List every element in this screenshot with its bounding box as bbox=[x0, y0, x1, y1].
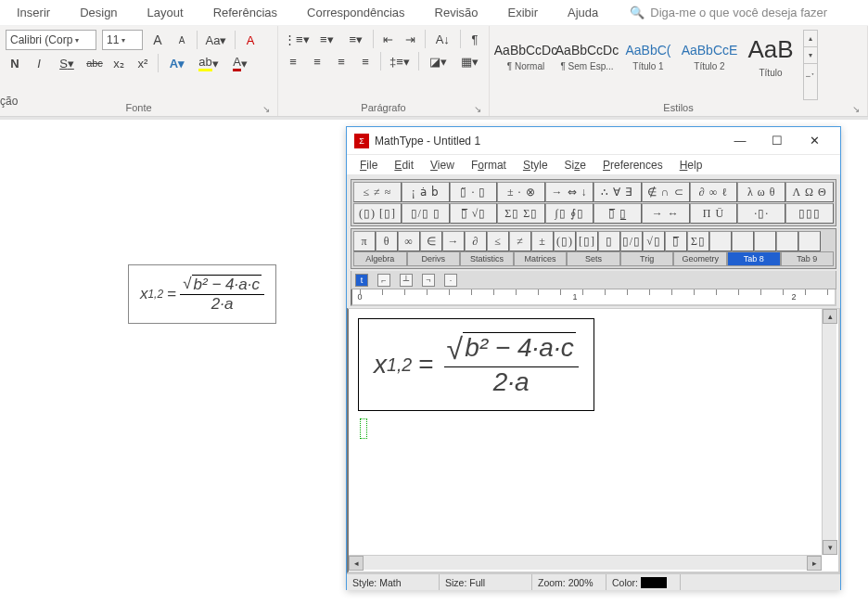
palette-cell[interactable]: ∴ ∀ ∃ bbox=[594, 182, 642, 202]
menu-style[interactable]: Style bbox=[516, 157, 555, 173]
palette-cell[interactable]: ± ∙ ⊗ bbox=[497, 182, 545, 202]
palette-cell[interactable]: ± bbox=[531, 231, 554, 251]
styles-more-button[interactable]: ⎯▾ bbox=[804, 64, 817, 81]
template-tab[interactable]: Tab 9 bbox=[781, 251, 835, 266]
scroll-up-icon[interactable]: ▴ bbox=[823, 309, 837, 324]
template-tab[interactable]: Matrices bbox=[514, 251, 568, 266]
palette-cell[interactable]: ·▯· bbox=[737, 203, 785, 224]
tab-ajuda[interactable]: Ajuda bbox=[553, 0, 613, 25]
palette-cell[interactable]: ¡ ȧ ḃ bbox=[402, 182, 450, 202]
palette-cell[interactable]: θ bbox=[376, 231, 398, 251]
palette-cell[interactable]: ▯̅ bbox=[665, 231, 687, 251]
titlebar[interactable]: Σ MathType - Untitled 1 — ☐ ✕ bbox=[347, 127, 840, 155]
palette-cell[interactable] bbox=[732, 231, 754, 251]
tab-revisao[interactable]: Revisão bbox=[420, 0, 493, 25]
text-effects-button[interactable]: A▾ bbox=[164, 54, 190, 72]
palette-cell[interactable] bbox=[798, 231, 821, 251]
shading-button[interactable]: ◪▾ bbox=[425, 52, 451, 71]
menu-edit[interactable]: Edit bbox=[387, 157, 421, 173]
style-normal[interactable]: AaBbCcDc¶ Normal bbox=[495, 30, 556, 84]
palette-cell[interactable]: [▯] bbox=[576, 231, 598, 251]
increase-indent-button[interactable]: ⇥ bbox=[402, 30, 418, 48]
align-center-button[interactable]: ≡ bbox=[308, 52, 326, 71]
vertical-scrollbar[interactable]: ▴ ▾ bbox=[822, 309, 836, 555]
palette-cell[interactable]: ▯▯▯ bbox=[785, 203, 834, 224]
tabstop-right-icon[interactable]: ¬ bbox=[422, 274, 435, 287]
palette-cell[interactable]: (▯) bbox=[554, 231, 576, 251]
superscript-button[interactable]: x² bbox=[134, 54, 152, 72]
tab-layout[interactable]: Layout bbox=[133, 0, 198, 25]
scroll-right-icon[interactable]: ▸ bbox=[807, 556, 822, 571]
template-tab[interactable]: Tab 8 bbox=[727, 251, 781, 266]
numbering-button[interactable]: ≡▾ bbox=[315, 30, 338, 48]
font-size-combo[interactable]: 11▾ bbox=[102, 30, 143, 50]
palette-cell[interactable]: λ ω θ bbox=[737, 182, 785, 202]
palette-cell[interactable]: √▯ bbox=[643, 231, 665, 251]
menu-view[interactable]: View bbox=[423, 157, 462, 173]
change-case-button[interactable]: Aa▾ bbox=[203, 31, 229, 49]
tab-exibir[interactable]: Exibir bbox=[493, 0, 554, 25]
palette-cell[interactable] bbox=[754, 231, 776, 251]
minimize-button[interactable]: — bbox=[721, 127, 759, 155]
palette-cell[interactable]: ▯̈ · ▯ bbox=[450, 182, 498, 202]
palette-cell[interactable]: ∞ bbox=[398, 231, 420, 251]
horizontal-scrollbar[interactable]: ◂ ▸ bbox=[349, 555, 822, 570]
pilcrow-button[interactable]: ¶ bbox=[466, 30, 483, 48]
font-name-combo[interactable]: Calibri (Corp▾ bbox=[6, 30, 96, 50]
tab-referencias[interactable]: Referências bbox=[198, 0, 292, 25]
tell-me-search[interactable]: 🔍 Diga-me o que você deseja fazer bbox=[630, 6, 827, 19]
palette-cell[interactable]: Π Ū bbox=[690, 203, 738, 224]
palette-cell[interactable]: ≠ bbox=[509, 231, 531, 251]
palette-cell[interactable]: π bbox=[353, 231, 376, 251]
strike-button[interactable]: abc bbox=[85, 54, 104, 72]
maximize-button[interactable]: ☐ bbox=[759, 127, 796, 155]
color-swatch[interactable] bbox=[641, 577, 667, 588]
tab-correspondencias[interactable]: Correspondências bbox=[292, 0, 420, 25]
bullets-button[interactable]: ⋮≡▾ bbox=[284, 30, 310, 48]
template-tab[interactable]: Derivs bbox=[407, 251, 461, 266]
palette-cell[interactable]: ∂ bbox=[465, 231, 487, 251]
dialog-launcher-icon[interactable]: ↘ bbox=[474, 104, 481, 114]
tab-indicator-icon[interactable]: t bbox=[355, 274, 368, 287]
palette-cell[interactable]: (▯) [▯] bbox=[353, 203, 402, 224]
tabstop-center-icon[interactable]: ┴ bbox=[400, 274, 413, 287]
tab-design[interactable]: Design bbox=[65, 0, 132, 25]
palette-cell[interactable]: ∂ ∞ ℓ bbox=[690, 182, 738, 202]
palette-cell[interactable]: ∉ ∩ ⊂ bbox=[642, 182, 690, 202]
mathtype-equation[interactable]: x1,2 = √b² − 4·a·c 2·a bbox=[358, 318, 594, 411]
menu-preferences[interactable]: Preferences bbox=[595, 157, 670, 173]
menu-file[interactable]: File bbox=[352, 157, 385, 173]
palette-cell[interactable]: ≤ bbox=[487, 231, 509, 251]
palette-cell[interactable]: → ↔ bbox=[642, 203, 690, 224]
subscript-button[interactable]: x₂ bbox=[109, 54, 128, 72]
decrease-indent-button[interactable]: ⇤ bbox=[379, 30, 396, 48]
menu-format[interactable]: Format bbox=[464, 157, 514, 173]
palette-cell[interactable]: ▯ bbox=[598, 231, 620, 251]
palette-cell[interactable]: ∈ bbox=[420, 231, 442, 251]
palette-cell[interactable]: → bbox=[442, 231, 465, 251]
styles-down-button[interactable]: ▾ bbox=[804, 47, 817, 64]
styles-up-button[interactable]: ▴ bbox=[804, 31, 817, 47]
font-color-button[interactable]: A▾ bbox=[227, 54, 253, 72]
align-left-button[interactable]: ≡ bbox=[284, 52, 302, 71]
clear-format-button[interactable]: A bbox=[241, 31, 260, 49]
template-tab[interactable]: Algebra bbox=[353, 251, 407, 266]
palette-cell[interactable]: ▯̅ √▯ bbox=[450, 203, 498, 224]
palette-cell[interactable]: ▯/▯ ▯ bbox=[402, 203, 450, 224]
multilevel-button[interactable]: ≡▾ bbox=[344, 30, 367, 48]
ruler[interactable]: 0 1 2 bbox=[351, 289, 836, 306]
style-heading1[interactable]: AaBbC(Título 1 bbox=[618, 30, 679, 84]
sort-button[interactable]: A↓ bbox=[431, 30, 454, 48]
palette-cell[interactable]: → ⇔ ↓ bbox=[545, 182, 594, 202]
palette-cell[interactable]: Σ▯ bbox=[687, 231, 709, 251]
dialog-launcher-icon[interactable]: ↘ bbox=[262, 104, 270, 114]
palette-cell[interactable]: ▯/▯ bbox=[620, 231, 643, 251]
palette-cell[interactable] bbox=[776, 231, 798, 251]
template-tab[interactable]: Sets bbox=[567, 251, 620, 266]
line-spacing-button[interactable]: ‡≡▾ bbox=[387, 52, 413, 71]
equation-object[interactable]: x1,2 = √b² − 4·a·c 2·a bbox=[128, 264, 276, 324]
palette-cell[interactable]: ∫▯ ∮▯ bbox=[545, 203, 594, 224]
justify-button[interactable]: ≡ bbox=[356, 52, 375, 71]
palette-cell[interactable]: Λ Ω Θ bbox=[785, 182, 834, 202]
tab-inserir[interactable]: Inserir bbox=[2, 0, 65, 25]
